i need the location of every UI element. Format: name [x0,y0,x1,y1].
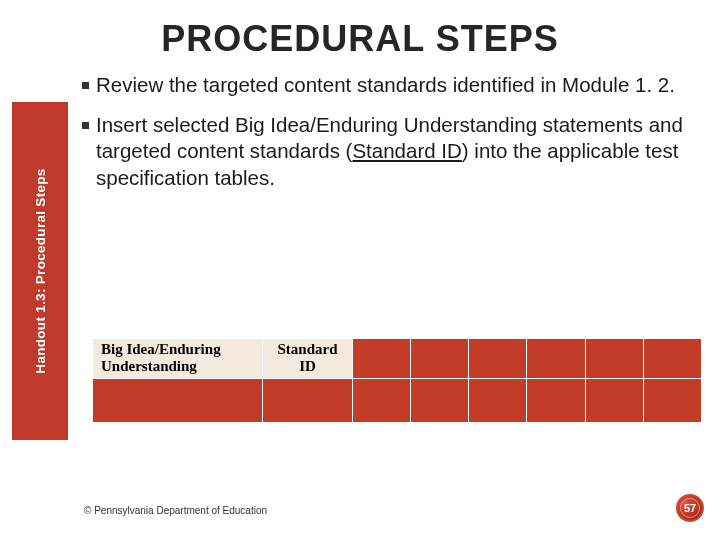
table-header-row: Big Idea/Enduring Understanding Standard… [93,339,702,379]
table-cell [353,339,411,379]
bullet-2-underline: Standard ID [352,139,461,162]
sidebar-tab: Handout 1.3: Procedural Steps [12,102,68,440]
sidebar-label: Handout 1.3: Procedural Steps [33,168,48,373]
table-cell [585,378,643,422]
table-cell [643,378,701,422]
table-cell [527,378,585,422]
bullet-1-text: Review the targeted content standards id… [96,73,675,96]
page-title: PROCEDURAL STEPS [0,0,720,60]
content-area: Review the targeted content standards id… [82,72,696,205]
table-cell [469,339,527,379]
bullet-marker-icon [82,82,89,89]
table-row [93,378,702,422]
table-cell [585,339,643,379]
table-cell [469,378,527,422]
bullet-2: Insert selected Big Idea/Enduring Unders… [82,112,696,191]
page-number-badge: 57 [676,494,704,522]
table-header-big-idea: Big Idea/Enduring Understanding [93,339,263,379]
table-cell [643,339,701,379]
page-number: 57 [684,502,696,514]
bullet-marker-icon [82,122,89,129]
spec-table: Big Idea/Enduring Understanding Standard… [92,338,702,423]
bullet-1: Review the targeted content standards id… [82,72,696,98]
table-cell [93,378,263,422]
table-header-standard-id: Standard ID [263,339,353,379]
table-cell [411,339,469,379]
table-cell [527,339,585,379]
slide: PROCEDURAL STEPS Handout 1.3: Procedural… [0,0,720,540]
table-cell [411,378,469,422]
table-cell [263,378,353,422]
table-cell [353,378,411,422]
footer-copyright: © Pennsylvania Department of Education [84,505,267,516]
